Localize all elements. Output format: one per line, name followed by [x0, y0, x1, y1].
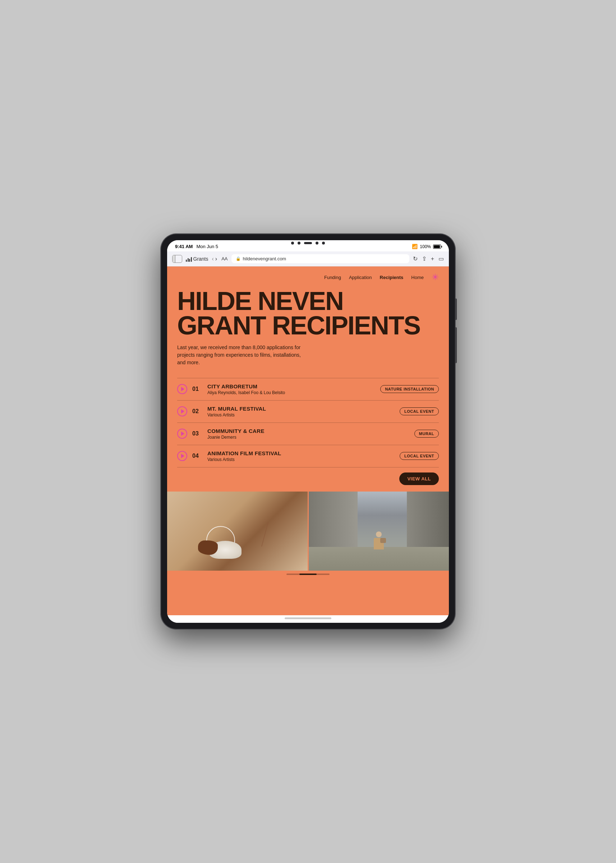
recipient-number-3: 03 — [192, 430, 202, 437]
wifi-icon: 📶 — [412, 244, 418, 249]
battery-percentage: 100% — [420, 244, 431, 249]
sidebar-main-icon — [175, 255, 182, 263]
battery-fill — [434, 245, 440, 248]
play-triangle-icon — [181, 409, 184, 414]
status-icons: 📶 100% — [412, 244, 441, 249]
recipient-info-3: COMMUNITY & CARE Joanie Demers — [207, 428, 409, 440]
play-button-1[interactable] — [177, 384, 187, 394]
sensor-dot — [298, 242, 300, 244]
recipient-tag-3: MURAL — [414, 430, 439, 438]
url-bar[interactable]: 🔒 hildenevengrant.com — [231, 254, 409, 263]
play-button-2[interactable] — [177, 406, 187, 416]
recipient-info-1: CITY ARBORETUM Aliya Reynolds, Isabel Fo… — [207, 383, 375, 395]
scroll-indicator — [167, 571, 449, 578]
nav-item-recipients[interactable]: Recipients — [380, 275, 404, 280]
person-head — [376, 531, 382, 537]
sidebar-toggle-button[interactable] — [172, 255, 182, 263]
hero-title-line2: GRANT RECIPIENTS — [177, 311, 420, 340]
recipient-artists-4: Various Artists — [207, 457, 394, 462]
sidebar-panel-icon — [173, 255, 175, 263]
alley-scene — [309, 491, 449, 571]
view-all-row: VIEW ALL — [167, 468, 449, 491]
browser-actions: ↻ ⇪ + ▭ — [413, 255, 444, 262]
recipient-info-2: MT. MURAL FESTIVAL Various Artists — [207, 406, 394, 417]
scroll-bar — [286, 573, 330, 575]
recipient-info-4: ANIMATION FILM FESTIVAL Various Artists — [207, 450, 394, 462]
website-content[interactable]: Funding Application Recipients Home ✳ HI… — [167, 266, 449, 615]
ipad-screen: 9:41 AM Mon Jun 5 📶 100% — [167, 240, 449, 623]
status-date: Mon Jun 5 — [196, 244, 218, 249]
rock-shape — [198, 540, 218, 555]
sensor-dot — [316, 242, 318, 244]
recipient-number-2: 02 — [192, 408, 202, 414]
person-bag — [380, 538, 386, 543]
photo-gallery — [167, 491, 449, 571]
hero-subtitle: Last year, we received more than 8,000 a… — [177, 344, 306, 367]
scroll-thumb — [299, 573, 317, 575]
bookmarks-button[interactable]: Grants — [186, 256, 209, 262]
recipient-title-1: CITY ARBORETUM — [207, 383, 375, 389]
bookmarks-label: Grants — [193, 256, 209, 262]
lock-icon: 🔒 — [236, 257, 241, 261]
twig-decoration — [261, 522, 269, 546]
battery-icon — [433, 244, 441, 249]
url-text: hildenevengrant.com — [243, 256, 286, 261]
recipient-item[interactable]: 01 CITY ARBORETUM Aliya Reynolds, Isabel… — [177, 378, 439, 400]
home-indicator — [167, 615, 449, 623]
hero-section: HILDE NEVEN GRANT RECIPIENTS Last year, … — [167, 285, 449, 373]
play-button-3[interactable] — [177, 428, 187, 439]
gallery-photo-alley — [309, 491, 449, 571]
new-tab-button[interactable]: + — [431, 256, 434, 262]
nav-item-home[interactable]: Home — [411, 275, 424, 280]
recipient-number-1: 01 — [192, 386, 202, 392]
top-sensor-bar — [291, 242, 325, 244]
bookmarks-icon — [186, 256, 192, 262]
recipient-item[interactable]: 03 COMMUNITY & CARE Joanie Demers MURAL — [177, 422, 439, 445]
nav-item-funding[interactable]: Funding — [324, 275, 341, 280]
nav-item-application[interactable]: Application — [349, 275, 372, 280]
sensor-long — [304, 242, 312, 244]
recipient-tag-2: LOCAL EVENT — [400, 408, 439, 415]
recipient-artists-3: Joanie Demers — [207, 435, 409, 440]
hero-title: HILDE NEVEN GRANT RECIPIENTS — [177, 289, 439, 338]
recipient-number-4: 04 — [192, 453, 202, 459]
recipient-title-3: COMMUNITY & CARE — [207, 428, 409, 434]
person-body — [374, 538, 384, 550]
play-triangle-icon — [181, 432, 184, 436]
site-logo-icon[interactable]: ✳ — [432, 273, 439, 282]
person-figure — [373, 531, 384, 553]
play-button-4[interactable] — [177, 451, 187, 461]
recipient-item[interactable]: 04 ANIMATION FILM FESTIVAL Various Artis… — [177, 445, 439, 468]
tabs-button[interactable]: ▭ — [438, 255, 444, 262]
sculpture-scene — [167, 491, 308, 571]
ipad-device: 9:41 AM Mon Jun 5 📶 100% — [161, 234, 455, 629]
recipient-tag-4: LOCAL EVENT — [400, 452, 439, 460]
recipient-artists-1: Aliya Reynolds, Isabel Foo & Lou Belsito — [207, 390, 375, 395]
browser-toolbar: Grants ‹ › AA 🔒 hildenevengrant.com ↻ ⇪ … — [167, 251, 449, 266]
reader-mode-button[interactable]: AA — [222, 256, 228, 261]
recipients-list: 01 CITY ARBORETUM Aliya Reynolds, Isabel… — [167, 378, 449, 468]
share-button[interactable]: ⇪ — [422, 255, 427, 262]
play-triangle-icon — [181, 454, 184, 458]
recipient-tag-1: NATURE INSTALLATION — [380, 385, 439, 393]
sensor-dot — [322, 242, 325, 244]
gallery-photo-sculpture — [167, 491, 308, 571]
status-time: 9:41 AM — [175, 244, 193, 249]
recipient-title-2: MT. MURAL FESTIVAL — [207, 406, 394, 412]
recipient-item[interactable]: 02 MT. MURAL FESTIVAL Various Artists LO… — [177, 400, 439, 422]
sensor-dot — [291, 242, 294, 244]
forward-button[interactable]: › — [215, 256, 217, 262]
reload-button[interactable]: ↻ — [413, 255, 418, 262]
play-triangle-icon — [181, 387, 184, 391]
home-bar — [284, 617, 332, 619]
recipient-title-4: ANIMATION FILM FESTIVAL — [207, 450, 394, 456]
site-navigation: Funding Application Recipients Home ✳ — [167, 266, 449, 285]
nav-arrows: ‹ › — [212, 256, 217, 262]
back-button[interactable]: ‹ — [212, 256, 214, 262]
view-all-button[interactable]: VIEW ALL — [399, 472, 439, 485]
recipient-artists-2: Various Artists — [207, 413, 394, 417]
